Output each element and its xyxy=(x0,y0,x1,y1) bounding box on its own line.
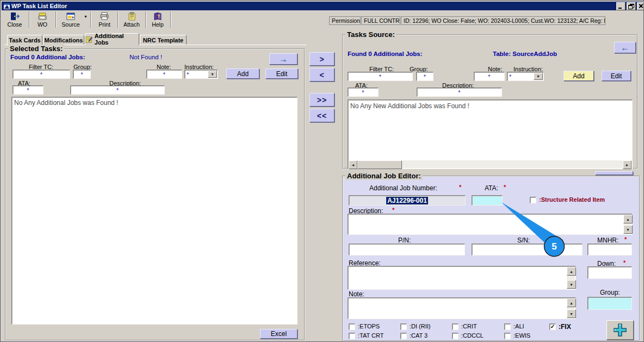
source-add-button[interactable]: Add xyxy=(564,71,594,81)
ewis-label: :EWIS xyxy=(513,332,530,339)
ali-checkbox[interactable] xyxy=(504,324,511,330)
structure-related-label: :Structure Related Item xyxy=(539,196,605,203)
mnhr-input[interactable] xyxy=(587,244,632,256)
required-marker: * xyxy=(392,207,394,213)
toolbar-source-button[interactable]: Source xyxy=(58,10,83,29)
chevron-down-icon[interactable]: ▼ xyxy=(208,71,217,78)
tat-crt-label: :TAT CRT xyxy=(358,332,383,339)
scrollbar-thumb[interactable] xyxy=(357,160,402,169)
move-to-source-button[interactable]: → xyxy=(269,53,298,65)
close-window-button[interactable] xyxy=(637,2,644,10)
ewis-checkbox[interactable] xyxy=(504,333,511,339)
add-job-button[interactable] xyxy=(606,320,634,340)
di-rii-checkbox[interactable] xyxy=(400,324,407,330)
vertical-scrollbar[interactable]: ▲ ▼ xyxy=(623,215,631,234)
editor-group-label: Group: xyxy=(600,289,620,296)
pn-input[interactable] xyxy=(349,244,465,256)
source-form-icon xyxy=(66,12,76,21)
toolbar-attach-button[interactable]: Attach xyxy=(120,10,144,29)
edit-button[interactable]: Edit xyxy=(265,69,298,79)
tab-task-cards[interactable]: Task Cards xyxy=(7,35,42,45)
toolbar-close-button[interactable]: Close xyxy=(3,10,27,29)
move-all-left-button[interactable]: << xyxy=(309,109,335,122)
etops-checkbox[interactable] xyxy=(349,324,355,330)
source-dropdown-arrow[interactable]: ▼ xyxy=(84,15,88,18)
cdccl-checkbox[interactable] xyxy=(452,333,459,339)
group-input[interactable]: * xyxy=(73,70,91,79)
partial-hidden-button[interactable] xyxy=(595,171,633,175)
job-editor-title: Additional Job Editor: xyxy=(345,172,423,180)
vertical-scrollbar[interactable]: ▲ ▼ xyxy=(567,299,575,318)
context-info: ID: 12296; WO Close: False; WO: 202403-L… xyxy=(401,16,605,25)
title-bar: WP Task List Editor xyxy=(2,2,643,10)
editor-note-label: Note: xyxy=(349,290,364,298)
sn-input[interactable] xyxy=(472,244,583,256)
description-input[interactable]: * xyxy=(70,85,165,95)
editor-ata-input[interactable] xyxy=(472,195,503,206)
notepad-pencil-icon xyxy=(85,36,92,43)
chevron-down-icon[interactable]: ▼ xyxy=(534,73,543,80)
minimize-button[interactable] xyxy=(616,2,626,10)
vertical-scrollbar[interactable]: ▲ ▼ xyxy=(567,267,575,289)
scroll-up-icon[interactable]: ▲ xyxy=(623,215,633,223)
toolbar-print-button[interactable]: Print xyxy=(93,10,116,29)
filter-tc-input[interactable]: * xyxy=(13,70,70,79)
tat-crt-checkbox[interactable] xyxy=(349,333,355,339)
toolbar-help-button[interactable]: ? Help xyxy=(147,10,168,29)
editor-description-textarea[interactable]: ▲ ▼ xyxy=(348,214,633,235)
structure-related-checkbox[interactable] xyxy=(530,197,536,203)
crit-label: :CRIT xyxy=(461,323,477,329)
move-left-button[interactable]: < xyxy=(309,68,335,82)
scroll-right-icon[interactable]: ► xyxy=(623,160,631,169)
sn-label: S/N: xyxy=(517,237,530,244)
source-instruction-select[interactable]: * ▼ xyxy=(507,72,544,81)
source-note-input[interactable]: * xyxy=(474,72,505,81)
selected-found-count: Found 0 Additional Jobs: xyxy=(10,54,85,60)
scroll-down-icon[interactable]: ▼ xyxy=(623,225,633,234)
mnhr-label: MNHR: xyxy=(597,237,618,244)
move-to-selected-button[interactable]: ← xyxy=(614,42,636,53)
reference-textarea[interactable]: ▲ ▼ xyxy=(348,266,576,290)
tasks-source-list[interactable]: No Any New Additional Jobs was Found ! ◄… xyxy=(348,100,633,169)
exit-door-icon xyxy=(10,12,20,21)
down-input[interactable] xyxy=(587,266,632,279)
scroll-left-icon[interactable]: ◄ xyxy=(349,160,357,169)
source-edit-button[interactable]: Edit xyxy=(602,71,631,81)
scroll-up-icon[interactable]: ▲ xyxy=(567,299,576,307)
excel-button[interactable]: Excel xyxy=(260,329,298,339)
scroll-down-icon[interactable]: ▼ xyxy=(567,309,576,318)
move-right-button[interactable]: > xyxy=(309,52,335,66)
svg-text:?: ? xyxy=(157,14,160,19)
source-description-input[interactable]: * xyxy=(417,88,502,97)
ata-input[interactable]: * xyxy=(13,85,44,95)
scroll-up-icon[interactable]: ▲ xyxy=(567,267,576,276)
crit-checkbox[interactable] xyxy=(452,324,459,330)
source-group-input[interactable]: * xyxy=(416,72,434,81)
editor-group-input[interactable] xyxy=(587,297,632,310)
required-marker: * xyxy=(459,184,461,190)
cat3-checkbox[interactable] xyxy=(400,333,407,339)
tab-nrc-template[interactable]: NRC Template xyxy=(140,35,187,45)
horizontal-scrollbar[interactable]: ◄ ► xyxy=(349,160,631,168)
selected-tasks-list[interactable]: No Any Additional Jobs was Found ! xyxy=(11,97,298,325)
tab-additional-jobs[interactable]: Additional Jobs xyxy=(85,33,139,45)
source-ata-input[interactable]: * xyxy=(348,88,379,97)
window-title: WP Task List Editor xyxy=(11,3,67,9)
toolbar-separator xyxy=(145,11,146,28)
fix-checkbox[interactable]: ✓ xyxy=(549,324,556,330)
toolbar-wo-button[interactable]: WO xyxy=(31,10,54,29)
source-filter-tc-input[interactable]: * xyxy=(348,72,413,81)
note-textarea[interactable]: ▲ ▼ xyxy=(348,297,576,319)
tab-modifications[interactable]: Modifications xyxy=(43,35,84,45)
restore-button[interactable] xyxy=(627,2,636,10)
job-number-input[interactable]: AJ12296-001 xyxy=(349,195,466,206)
add-button[interactable]: Add xyxy=(226,69,259,79)
instruction-select[interactable]: * ▼ xyxy=(184,70,218,79)
note-input[interactable]: * xyxy=(146,70,182,79)
scroll-down-icon[interactable]: ▼ xyxy=(567,280,576,289)
pn-label: P/N: xyxy=(398,237,411,244)
etops-label: :ETOPS xyxy=(358,323,380,329)
fix-label: :FIX xyxy=(559,323,571,331)
move-all-right-button[interactable]: >> xyxy=(309,93,335,107)
di-rii-label: :DI (RII) xyxy=(410,323,431,329)
